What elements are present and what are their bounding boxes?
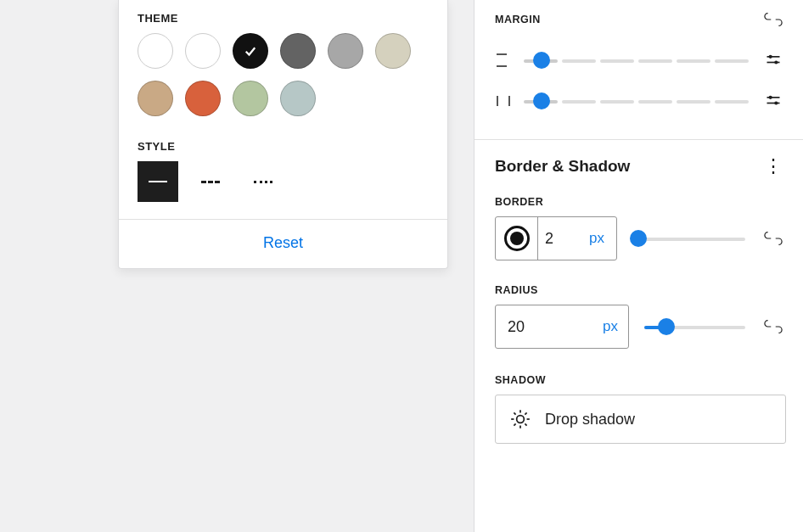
slider-thumb[interactable]	[533, 92, 550, 109]
theme-swatch-orange[interactable]	[185, 81, 221, 116]
slider-thumb[interactable]	[533, 52, 550, 69]
border-width-slider[interactable]	[632, 230, 745, 247]
link-sides-button[interactable]	[761, 7, 786, 32]
style-label: STYLE	[138, 140, 429, 153]
radius-link-button[interactable]	[761, 314, 786, 339]
margin-vertical-row	[495, 48, 786, 73]
theme-swatch-slate[interactable]	[280, 81, 316, 116]
shadow-label: SHADOW	[495, 374, 786, 386]
border-shadow-panel-title: Border & Shadow	[495, 157, 630, 176]
svg-point-4	[769, 55, 772, 59]
margin-horizontal-row	[495, 88, 786, 114]
svg-point-10	[769, 96, 772, 99]
border-color-button[interactable]	[496, 217, 538, 260]
theme-swatch-sage[interactable]	[233, 81, 268, 116]
svg-point-11	[774, 101, 778, 104]
border-link-button[interactable]	[761, 226, 786, 251]
panel-options-button[interactable]: ⋮	[761, 155, 786, 177]
settings-sidebar: ▾ MARGIN	[474, 0, 803, 532]
drop-shadow-button[interactable]: Drop shadow	[495, 395, 786, 444]
theme-swatch-beige[interactable]	[375, 33, 411, 69]
line-style-dotted[interactable]	[243, 161, 284, 202]
margin-vertical-slider[interactable]	[524, 52, 749, 69]
svg-line-20	[514, 423, 515, 425]
slider-thumb[interactable]	[630, 230, 647, 247]
svg-line-17	[514, 412, 515, 414]
popup-body: THEME STYLE	[119, 0, 447, 219]
border-field-row: px	[495, 216, 786, 260]
svg-line-19	[525, 412, 526, 414]
theme-label: THEME	[138, 12, 429, 25]
line-style-dashed[interactable]	[190, 161, 231, 202]
horizontal-axis-icon	[495, 92, 512, 109]
theme-swatch-white-alt[interactable]	[185, 33, 221, 69]
theme-swatch-grid	[138, 33, 429, 116]
svg-point-5	[774, 60, 778, 64]
border-combo: px	[495, 216, 617, 260]
unlink-icon	[764, 10, 783, 29]
svg-line-18	[525, 423, 526, 425]
margin-vertical-settings-button[interactable]	[761, 48, 786, 73]
unlink-icon	[764, 229, 783, 248]
theme-swatch-dark-grey[interactable]	[280, 33, 316, 69]
shadow-icon	[509, 408, 531, 430]
sliders-icon	[765, 92, 782, 109]
color-style-popup: THEME STYLE Reset	[118, 0, 448, 269]
radius-unit-button[interactable]: px	[599, 318, 618, 335]
radius-input-box: px	[495, 305, 629, 349]
unlink-icon	[764, 317, 783, 336]
radius-field-row: px	[495, 305, 786, 349]
check-icon	[233, 34, 267, 68]
margin-horizontal-slider[interactable]	[524, 92, 749, 109]
margin-label: MARGIN	[495, 14, 541, 25]
line-style-solid[interactable]	[138, 161, 178, 202]
border-label: BORDER	[495, 196, 786, 208]
scroll-down-arrow[interactable]: ▾	[474, 513, 474, 526]
vertical-axis-icon	[495, 52, 512, 69]
theme-swatch-grey[interactable]	[328, 33, 363, 69]
radius-input[interactable]	[506, 317, 557, 337]
dotted-line-icon	[254, 181, 272, 183]
svg-point-12	[517, 416, 525, 423]
margin-horizontal-settings-button[interactable]	[761, 88, 786, 114]
theme-swatch-black[interactable]	[233, 33, 268, 69]
style-row	[138, 161, 429, 202]
scrollbar-gutter[interactable]: ▾	[474, 0, 474, 526]
dashed-line-icon	[201, 181, 220, 183]
slider-thumb[interactable]	[658, 318, 675, 335]
border-width-input[interactable]	[538, 217, 586, 260]
theme-swatch-white[interactable]	[138, 33, 173, 69]
border-unit-button[interactable]: px	[586, 217, 616, 260]
border-color-swatch	[504, 226, 530, 251]
theme-swatch-tan[interactable]	[138, 81, 173, 116]
radius-label: RADIUS	[495, 284, 786, 296]
radius-slider[interactable]	[644, 318, 745, 335]
reset-button[interactable]: Reset	[258, 233, 308, 253]
sliders-icon	[765, 52, 782, 69]
shadow-button-label: Drop shadow	[545, 411, 635, 428]
solid-line-icon	[149, 181, 167, 182]
popup-footer: Reset	[119, 219, 447, 268]
